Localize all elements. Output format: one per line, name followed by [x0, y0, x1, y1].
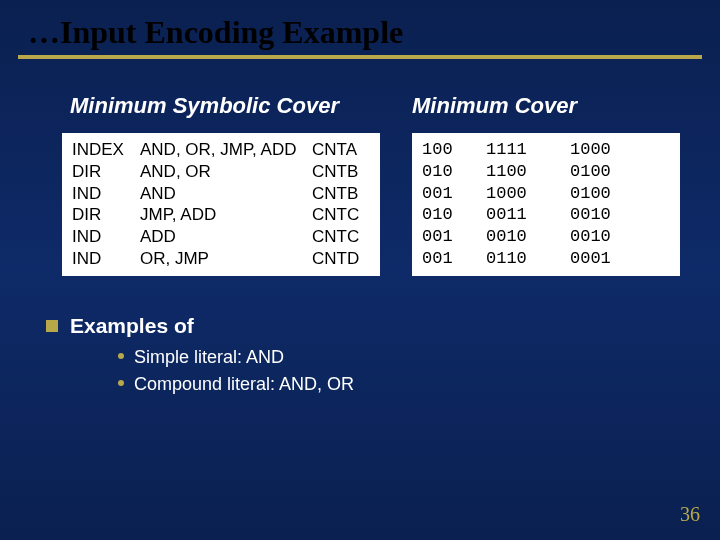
bullet-section: Examples of Simple literal: AND Compound…: [0, 314, 720, 398]
subhead-right: Minimum Cover: [400, 93, 577, 119]
bullet-subitems: Simple literal: AND Compound literal: AN…: [46, 344, 720, 398]
dot-bullet-icon: [118, 353, 124, 359]
title-rule: [18, 55, 702, 59]
table-row: INDADDCNTC: [72, 226, 370, 248]
subitem: Simple literal: AND: [118, 344, 720, 371]
tables-row: INDEXAND, OR, JMP, ADDCNTA DIRAND, ORCNT…: [0, 119, 720, 276]
table-row: 10011111000: [422, 139, 670, 161]
table-row: 00101100001: [422, 248, 670, 270]
subitem-text: Compound literal: AND, OR: [134, 371, 354, 398]
dot-bullet-icon: [118, 380, 124, 386]
table-row: 01000110010: [422, 204, 670, 226]
table-row: 00100100010: [422, 226, 670, 248]
bullet-main-text: Examples of: [70, 314, 194, 338]
subitem: Compound literal: AND, OR: [118, 371, 720, 398]
table-row: 00110000100: [422, 183, 670, 205]
symbolic-cover-table: INDEXAND, OR, JMP, ADDCNTA DIRAND, ORCNT…: [62, 133, 380, 276]
page-number: 36: [680, 503, 700, 526]
bullet-main: Examples of: [46, 314, 720, 338]
table-row: DIRAND, ORCNTB: [72, 161, 370, 183]
subhead-left: Minimum Symbolic Cover: [70, 93, 400, 119]
subheadings-row: Minimum Symbolic Cover Minimum Cover: [0, 93, 720, 119]
slide-title: …Input Encoding Example: [0, 0, 720, 55]
table-row: DIRJMP, ADDCNTC: [72, 204, 370, 226]
table-row: INDANDCNTB: [72, 183, 370, 205]
square-bullet-icon: [46, 320, 58, 332]
table-row: INDEXAND, OR, JMP, ADDCNTA: [72, 139, 370, 161]
minimum-cover-table: 10011111000 01011000100 00110000100 0100…: [412, 133, 680, 276]
table-row: 01011000100: [422, 161, 670, 183]
table-row: INDOR, JMPCNTD: [72, 248, 370, 270]
subitem-text: Simple literal: AND: [134, 344, 284, 371]
